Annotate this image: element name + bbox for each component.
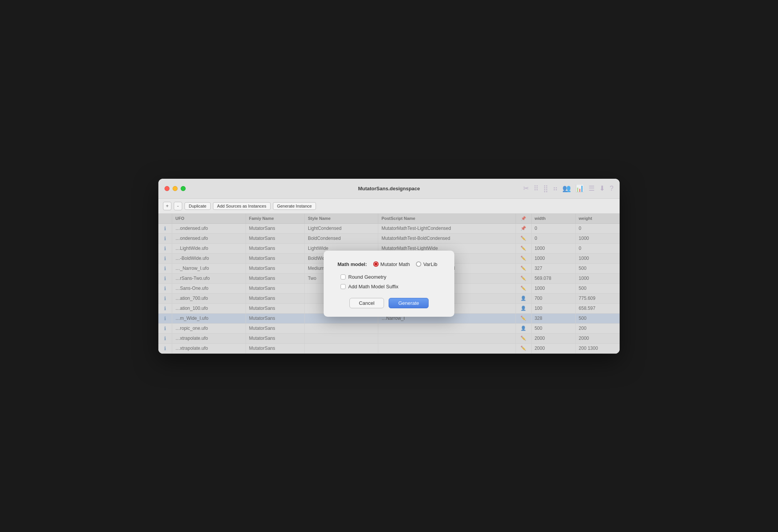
round-geometry-checkbox[interactable]: Round Geometry bbox=[341, 274, 441, 280]
maximize-button[interactable] bbox=[181, 186, 186, 191]
modal-overlay: Math model: Mutator Math VarLib bbox=[158, 214, 620, 354]
radio-varlib[interactable]: VarLib bbox=[416, 261, 437, 267]
duplicate-button[interactable]: Duplicate bbox=[185, 202, 211, 210]
toolbar: + - Duplicate Add Sources as Instances G… bbox=[158, 199, 620, 214]
add-sources-button[interactable]: Add Sources as Instances bbox=[213, 202, 271, 210]
radio-group: Mutator Math VarLib bbox=[373, 261, 437, 267]
cancel-button[interactable]: Cancel bbox=[349, 298, 384, 308]
add-suffix-checkbox[interactable]: Add Math Model Suffix bbox=[341, 284, 441, 289]
math-model-label: Math model: bbox=[337, 261, 367, 267]
checkbox-group: Round Geometry Add Math Model Suffix bbox=[341, 274, 441, 289]
math-model-row: Math model: Mutator Math VarLib bbox=[337, 261, 441, 267]
minimize-button[interactable] bbox=[173, 186, 178, 191]
download-icon[interactable]: ⬇ bbox=[599, 184, 605, 193]
generate-modal: Math model: Mutator Math VarLib bbox=[324, 251, 454, 317]
grid3-icon[interactable]: ⠶ bbox=[553, 184, 558, 193]
main-window: MutatorSans.designspace ✂ ⠿ ⣿ ⠶ 👥 📊 ☰ ⬇ … bbox=[158, 179, 620, 354]
radio-mutator-math-circle[interactable] bbox=[373, 261, 379, 267]
round-geometry-label: Round Geometry bbox=[348, 274, 386, 280]
radio-mutator-math[interactable]: Mutator Math bbox=[373, 261, 410, 267]
radio-varlib-circle[interactable] bbox=[416, 261, 421, 267]
list-icon[interactable]: ☰ bbox=[588, 184, 595, 193]
scissors-icon[interactable]: ✂ bbox=[523, 184, 529, 193]
window-title: MutatorSans.designspace bbox=[358, 186, 420, 191]
close-button[interactable] bbox=[165, 186, 170, 191]
generate-instance-button[interactable]: Generate Instance bbox=[273, 202, 316, 210]
chart-icon[interactable]: 📊 bbox=[575, 184, 584, 193]
modal-buttons: Cancel Generate bbox=[337, 298, 441, 308]
generate-button[interactable]: Generate bbox=[389, 298, 429, 308]
toolbar-icons: ✂ ⠿ ⣿ ⠶ 👥 📊 ☰ ⬇ ? bbox=[523, 184, 613, 193]
add-suffix-label: Add Math Model Suffix bbox=[348, 284, 399, 289]
grid1-icon[interactable]: ⠿ bbox=[534, 184, 539, 193]
people-icon[interactable]: 👥 bbox=[562, 184, 571, 193]
radio-mutator-math-label: Mutator Math bbox=[381, 261, 410, 267]
round-geometry-box[interactable] bbox=[341, 274, 346, 279]
traffic-lights bbox=[165, 186, 186, 191]
help-icon[interactable]: ? bbox=[610, 185, 613, 193]
grid2-icon[interactable]: ⣿ bbox=[543, 184, 548, 193]
add-suffix-box[interactable] bbox=[341, 284, 346, 289]
add-button[interactable]: + bbox=[163, 202, 171, 210]
remove-button[interactable]: - bbox=[174, 202, 182, 210]
radio-varlib-label: VarLib bbox=[423, 261, 437, 267]
titlebar: MutatorSans.designspace ✂ ⠿ ⣿ ⠶ 👥 📊 ☰ ⬇ … bbox=[158, 179, 620, 199]
window-body: UFO Famiy Name Style Name PostScript Nam… bbox=[158, 214, 620, 354]
